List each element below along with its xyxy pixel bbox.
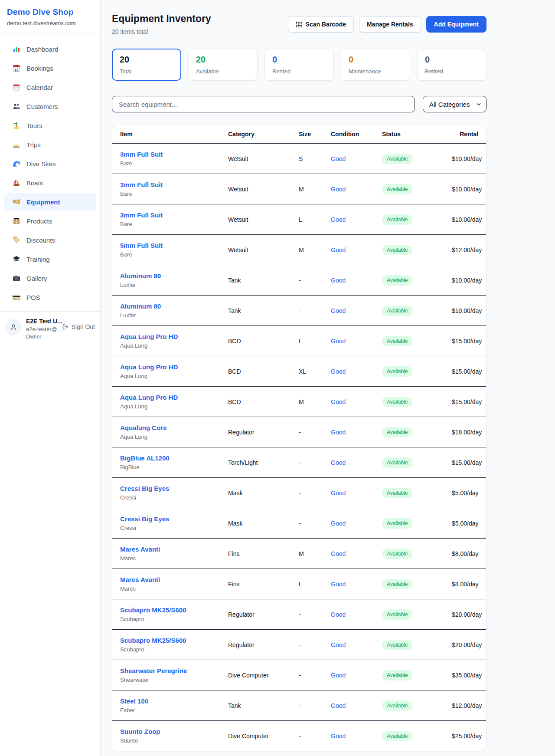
item-name-link[interactable]: Mares Avanti xyxy=(120,545,228,553)
item-brand: Aqua Lung xyxy=(120,403,228,410)
condition-link[interactable]: Good xyxy=(331,307,382,314)
dive-mask-icon xyxy=(12,197,21,206)
table-row: Aluminum 80 Luxfer Tank - Good Available… xyxy=(112,296,486,326)
item-cell: BigBlue AL1200 BigBlue xyxy=(120,454,228,471)
item-name-link[interactable]: Scubapro MK25/S600 xyxy=(120,636,228,644)
sign-out-button[interactable]: Sign Out xyxy=(62,323,95,330)
condition-link[interactable]: Good xyxy=(331,338,382,345)
condition-link[interactable]: Good xyxy=(331,398,382,405)
condition-link[interactable]: Good xyxy=(331,429,382,436)
sidebar-item-tours[interactable]: Tours xyxy=(4,117,96,134)
condition-link[interactable]: Good xyxy=(331,611,382,618)
item-name-link[interactable]: 3mm Full Suit xyxy=(120,181,228,189)
column-header-size: Size xyxy=(299,131,331,138)
status-cell: Available xyxy=(382,670,452,680)
status-cell: Available xyxy=(382,640,452,650)
sign-out-icon xyxy=(62,323,69,330)
calendar-date-icon: 17 xyxy=(12,64,21,72)
manage-rentals-button[interactable]: Manage Rentals xyxy=(359,16,421,33)
stat-card[interactable]: 20 Available xyxy=(188,49,258,81)
table-row: Aqualung Core Aqua Lung Regulator - Good… xyxy=(112,417,486,447)
item-name-link[interactable]: 5mm Full Suit xyxy=(120,241,228,250)
item-name-link[interactable]: Suunto Zoop xyxy=(120,727,228,736)
sidebar-item-dive-sites[interactable]: Dive Sites xyxy=(4,155,96,172)
category-cell: Wetsuit xyxy=(228,247,299,253)
item-name-link[interactable]: Steel 100 xyxy=(120,697,228,705)
category-select[interactable]: All Categories xyxy=(423,96,486,112)
table-row: 3mm Full Suit Bare Wetsuit L Good Availa… xyxy=(112,204,486,235)
condition-link[interactable]: Good xyxy=(331,702,382,709)
sidebar-item-boats[interactable]: Boats xyxy=(4,174,96,191)
status-cell: Available xyxy=(382,488,452,498)
add-equipment-label: Add Equipment xyxy=(434,21,479,28)
condition-link[interactable]: Good xyxy=(331,733,382,740)
condition-link[interactable]: Good xyxy=(331,216,382,223)
condition-link[interactable]: Good xyxy=(331,490,382,496)
sign-out-label: Sign Out xyxy=(72,323,95,330)
condition-link[interactable]: Good xyxy=(331,581,382,588)
size-cell: L xyxy=(299,338,331,345)
sidebar-item-equipment[interactable]: Equipment xyxy=(4,193,96,210)
item-name-link[interactable]: Aluminum 80 xyxy=(120,302,228,310)
sidebar-item-gallery[interactable]: Gallery xyxy=(4,270,96,287)
size-cell: - xyxy=(299,459,331,466)
speedboat-icon xyxy=(12,140,21,149)
condition-link[interactable]: Good xyxy=(331,368,382,375)
item-name-link[interactable]: Cressi Big Eyes xyxy=(120,515,228,523)
sidebar-item-dashboard[interactable]: Dashboard xyxy=(4,40,96,58)
sidebar-item-pos[interactable]: POS xyxy=(4,289,96,306)
condition-link[interactable]: Good xyxy=(331,672,382,679)
sidebar-item-trips[interactable]: Trips xyxy=(4,136,96,153)
size-cell: S xyxy=(299,155,331,162)
item-name-link[interactable]: Scubapro MK25/S600 xyxy=(120,606,228,614)
item-name-link[interactable]: Mares Avanti xyxy=(120,575,228,584)
item-cell: Cressi Big Eyes Cressi xyxy=(120,515,228,532)
stat-card[interactable]: 0 Maintenance xyxy=(341,49,410,81)
item-name-link[interactable]: 3mm Full Suit xyxy=(120,150,228,158)
condition-link[interactable]: Good xyxy=(331,186,382,193)
chevron-down-icon xyxy=(476,101,482,107)
status-badge: Available xyxy=(382,427,412,437)
header-actions: Scan Barcode Manage Rentals Add Equipmen… xyxy=(288,16,486,33)
search-input[interactable] xyxy=(112,96,415,112)
size-cell: - xyxy=(299,702,331,709)
item-name-link[interactable]: 3mm Full Suit xyxy=(120,211,228,219)
stat-card[interactable]: 0 Retired xyxy=(417,49,486,81)
sidebar-item-training[interactable]: Training xyxy=(4,250,96,268)
status-cell: Available xyxy=(382,609,452,620)
condition-link[interactable]: Good xyxy=(331,459,382,466)
condition-link[interactable]: Good xyxy=(331,247,382,253)
barcode-scan-icon xyxy=(296,21,302,28)
user-name: E2E Test U... xyxy=(26,318,58,325)
item-name-link[interactable]: Shearwater Peregrine xyxy=(120,667,228,675)
item-name-link[interactable]: Aqua Lung Pro HD xyxy=(120,363,228,371)
user-email: e2e-tester@... xyxy=(26,326,58,332)
condition-link[interactable]: Good xyxy=(331,550,382,557)
sidebar-item-products[interactable]: Products xyxy=(4,212,96,230)
sidebar-item-bookings[interactable]: 17 Bookings xyxy=(4,59,96,77)
condition-link[interactable]: Good xyxy=(331,641,382,648)
size-cell: - xyxy=(299,490,331,496)
stat-card[interactable]: 0 Rented xyxy=(264,49,334,81)
rental-cell: $12.00/day xyxy=(452,702,482,709)
items-total-subtitle: 20 items total xyxy=(112,28,211,35)
item-name-link[interactable]: Aqua Lung Pro HD xyxy=(120,332,228,341)
stat-card[interactable]: 20 Total xyxy=(112,49,181,81)
sidebar-item-discounts[interactable]: Discounts xyxy=(4,231,96,249)
graduation-cap-icon xyxy=(12,255,21,263)
condition-link[interactable]: Good xyxy=(331,520,382,527)
sidebar-item-label: POS xyxy=(26,294,40,301)
condition-link[interactable]: Good xyxy=(331,277,382,284)
item-name-link[interactable]: Cressi Big Eyes xyxy=(120,484,228,493)
scan-barcode-button[interactable]: Scan Barcode xyxy=(288,16,354,33)
condition-link[interactable]: Good xyxy=(331,155,382,162)
status-cell: Available xyxy=(382,731,452,741)
sidebar-item-customers[interactable]: Customers xyxy=(4,98,96,115)
sailboat-icon xyxy=(12,178,21,187)
item-name-link[interactable]: Aqua Lung Pro HD xyxy=(120,393,228,401)
item-name-link[interactable]: BigBlue AL1200 xyxy=(120,454,228,462)
item-name-link[interactable]: Aqualung Core xyxy=(120,424,228,432)
add-equipment-button[interactable]: Add Equipment xyxy=(426,16,486,33)
item-name-link[interactable]: Aluminum 80 xyxy=(120,272,228,280)
sidebar-item-calendar[interactable]: Calendar xyxy=(4,79,96,96)
